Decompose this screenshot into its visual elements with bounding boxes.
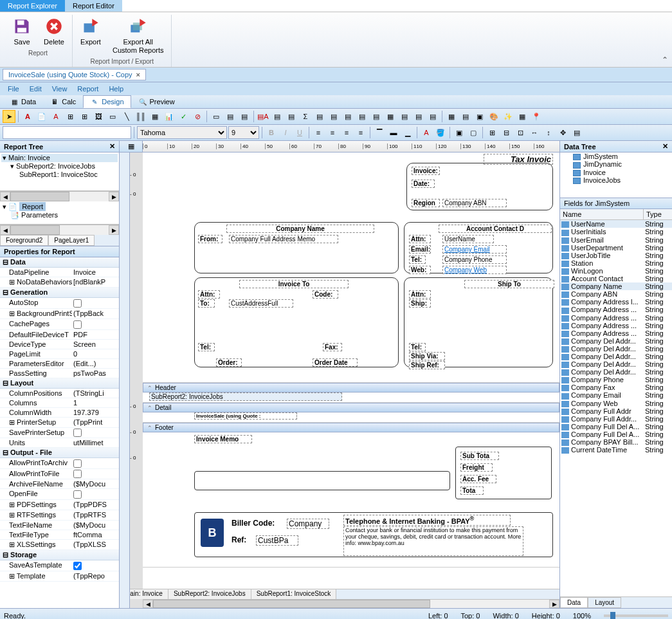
close-document-icon[interactable]: × [136,71,140,79]
prop-defaultfiledevice[interactable]: DefaultFileDeviceTPDF [0,330,119,340]
label-invoice[interactable]: Invoice: [412,167,440,175]
tree2-h-scrollbar[interactable]: ◀ ▶ [0,225,119,235]
dbcheckbox-tool-icon[interactable]: ▤ [370,110,383,123]
space-horiz-icon[interactable]: ↔ [528,126,541,139]
prop-textfiletype[interactable]: TextFileTypeftComma [0,530,119,540]
label-attn3[interactable]: Attn: [409,290,431,299]
tab-report-explorer[interactable]: Report Explorer [0,0,65,12]
label-total[interactable]: Tota [460,486,484,495]
ribbon-collapse-icon[interactable]: ⌃ [662,55,668,64]
prop-printersetup[interactable]: ⊞ PrinterSetup(TppPrint [0,418,119,428]
delete-button[interactable]: Delete [41,15,67,48]
prop-textfilename[interactable]: TextFileName($MyDocu [0,521,119,530]
field-row[interactable]: Company PhoneString [560,376,672,383]
prop-parameterseditor[interactable]: ParametersEditor(Edit...) [0,359,119,369]
tablecell-tool-icon[interactable]: ▣ [473,110,486,123]
scroll-right-icon[interactable]: ▶ [109,225,119,235]
prop-allowprintfile[interactable]: AllowPrintToFile [0,469,119,480]
table-tool-icon[interactable]: ▦ [445,110,458,123]
save-button[interactable]: Save [9,15,35,48]
paint-tool-icon[interactable]: 🎨 [487,110,500,123]
crosstab-tool-icon[interactable]: ▦ [384,110,397,123]
checkbox-tool-icon[interactable]: ✓ [177,110,190,123]
align-left-icon[interactable]: ≡ [312,126,325,139]
field-row[interactable]: Company FaxString [560,383,672,391]
object-name-field[interactable] [3,126,131,139]
subreport2-placeholder[interactable]: SubReport2: InvoiceJobs [149,393,342,401]
field-row[interactable]: Company Del Addr...String [560,368,672,376]
label-code[interactable]: Code: [313,290,338,299]
tool-misc2-icon[interactable]: ▤ [412,110,425,123]
field-company-abn[interactable]: Company ABN [442,199,507,207]
data-tree-node[interactable]: InvoiceJobs [560,176,672,184]
grid-tool-icon[interactable]: ▦ [516,110,529,123]
data-tree-close-icon[interactable]: ✕ [662,142,668,151]
valign-top-icon[interactable]: ▔ [373,126,386,139]
col-name[interactable]: Name [560,209,644,219]
memo-tool-icon[interactable]: 📄 [35,110,48,123]
field-row[interactable]: Company Del Addr...String [560,345,672,353]
field-row[interactable]: UserDepartmentString [560,244,672,252]
guide-tool-icon[interactable]: 📍 [530,110,543,123]
db2dbarcode-tool-icon[interactable]: ▤ [341,110,354,123]
field-row[interactable]: Company Del Addr...String [560,337,672,345]
font-size-select[interactable]: 9 [228,126,259,139]
label-email[interactable]: Email: [409,245,431,254]
align-objects-icon[interactable]: ⊞ [486,126,498,139]
design-surface[interactable]: Tax Invoic Invoice: Date: Region Company… [143,152,559,589]
allowfile-checkbox[interactable] [73,470,82,478]
menu-report[interactable]: Report [73,84,102,93]
label-ship-ref[interactable]: Ship Ref: [409,361,445,369]
text-bpay-info[interactable]: Contact your bank or financial instituti… [343,526,523,556]
barcode-tool-icon[interactable]: ║║ [134,110,147,123]
prop-rtfsettings[interactable]: ⊞ RTFSettings(TppRTFS [0,510,119,521]
prop-cat-output[interactable]: ⊟ Output - File [0,448,119,458]
header-account-contact[interactable]: Account Contact D [439,225,552,233]
label-freight[interactable]: Freight [460,463,493,472]
dbcalc-tool-icon[interactable]: Σ [299,110,312,123]
data-tree-tab-data[interactable]: Data [560,597,588,608]
font-color-icon[interactable]: A [420,126,433,139]
view-tab-calc[interactable]: 🖩Calc [43,95,83,108]
field-row[interactable]: Company Address l...String [560,298,672,306]
prop-cat-storage[interactable]: ⊟ Storage [0,550,119,560]
prop-columns[interactable]: Columns1 [0,398,119,408]
band-detail-bar[interactable]: ⌃Detail [143,403,559,412]
report-tree-close-icon[interactable]: ✕ [109,142,115,151]
wand-tool-icon[interactable]: ✨ [502,110,514,123]
font-family-select[interactable]: Tahoma [137,126,227,139]
zoom-slider[interactable] [604,614,668,617]
send-back-icon[interactable]: ▢ [467,126,480,139]
prop-cat-data[interactable]: ⊟ Data [0,257,119,268]
bring-front-icon[interactable]: ▣ [453,126,466,139]
field-row[interactable]: Company Del Addr...String [560,360,672,368]
field-row[interactable]: Company Address ...String [560,322,672,329]
scroll-right-icon[interactable]: ▶ [549,600,559,608]
region-tool-icon[interactable]: ▭ [210,110,222,123]
prop-datapipeline[interactable]: DataPipelineInvoice [0,268,119,277]
field-cust-addr[interactable]: CustAddressFull [229,299,293,308]
header-invoice-to[interactable]: Invoice To [239,280,349,288]
region-invoice-to[interactable] [194,277,399,367]
label-tool-icon[interactable]: A [21,110,34,123]
field-row[interactable]: Company Full AddrString [560,407,672,415]
field-company-email[interactable]: Company Email [442,245,507,254]
pagebreak-tool-icon[interactable]: ▤ [238,110,251,123]
center-horiz-icon[interactable]: ⊟ [500,126,513,139]
field-row[interactable]: StationString [560,259,672,267]
band-header-bar[interactable]: ⌃Header [143,383,559,393]
field-row[interactable]: Company WebString [560,400,672,407]
dbchart-tool-icon[interactable]: ▤ [356,110,368,123]
header-bpay[interactable]: Telephone & Internet Banking - BPAY® [343,515,511,526]
menu-help[interactable]: Help [105,84,127,93]
align-center-icon[interactable]: ≡ [326,126,339,139]
prop-pagelimit[interactable]: PageLimit0 [0,349,119,359]
field-row[interactable]: Account ContactString [560,275,672,282]
bold-icon[interactable]: B [265,126,278,139]
field-row[interactable]: Company ABNString [560,290,672,298]
canvas-tab-sub1[interactable]: SubReport1: InvoiceStock [251,589,337,599]
data-tree-node[interactable]: JimSystem [560,152,672,160]
variable-tool-icon[interactable]: ⊞ [78,110,91,123]
prop-cat-generation[interactable]: ⊟ Generation [0,288,119,298]
label-ship[interactable]: Ship: [409,299,431,308]
